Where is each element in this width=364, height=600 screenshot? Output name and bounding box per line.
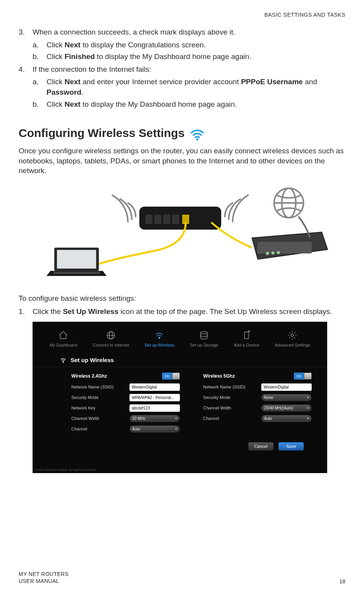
step-letter: a.: [33, 40, 39, 50]
toggle-knob: [304, 373, 311, 379]
text: .: [81, 88, 83, 96]
svg-rect-22: [244, 332, 248, 338]
channel-label: Channel: [203, 416, 219, 421]
channel-label: Channel: [71, 427, 87, 431]
nav-dashboard[interactable]: My Dashboard: [50, 330, 78, 347]
svg-point-15: [271, 251, 274, 255]
channel-width-label: Channel Width: [203, 406, 231, 410]
channel-width-label: Channel Width: [71, 416, 99, 421]
text: and enter your Internet service provider…: [81, 78, 241, 86]
svg-rect-5: [172, 215, 179, 224]
channel-width-select[interactable]: 20 MHz ▾: [129, 415, 180, 422]
chevron-down-icon: ▾: [307, 395, 309, 399]
chevron-down-icon: ▾: [175, 416, 177, 420]
chevron-down-icon: ▾: [307, 406, 309, 410]
step-3: 3. When a connection succeeds, a check m…: [19, 27, 345, 62]
nav-label: Connect to Internet: [93, 343, 129, 347]
svg-point-26: [63, 361, 64, 362]
ssid-input[interactable]: WesternDigital: [261, 383, 312, 391]
nav-label: Advanced Settings: [275, 343, 311, 347]
heading-text: Configuring Wireless Settings: [19, 127, 185, 140]
select-value: None: [264, 395, 273, 400]
svg-rect-4: [163, 215, 170, 224]
channel-select[interactable]: Auto ▾: [261, 415, 312, 422]
svg-point-0: [196, 138, 198, 140]
chevron-down-icon: ▾: [175, 427, 177, 431]
svg-rect-2: [145, 215, 152, 224]
main-content: 3. When a connection succeeds, a check m…: [19, 27, 345, 473]
nav-advanced[interactable]: Advanced Settings: [275, 330, 311, 347]
heading-wireless: Configuring Wireless Settings: [19, 125, 345, 141]
ssid-label: Network Name (SSID): [203, 385, 245, 389]
security-label: Security Mode: [71, 395, 98, 400]
text: to display the Congratulations screen.: [81, 41, 206, 49]
wireless-setup-screenshot: My Dashboard Connect to Internet Set up …: [33, 322, 327, 473]
gear-icon: [286, 330, 298, 340]
select-value: Auto: [132, 427, 140, 431]
wifi-icon: [189, 125, 205, 141]
nav-label: Set up Wireless: [145, 343, 174, 347]
column-5ghz: Wireless 5Ghz On Network Name (SSID) Wes…: [203, 373, 312, 436]
svg-point-25: [291, 334, 294, 336]
text: Click: [47, 52, 64, 61]
bold-text: Finished: [64, 52, 95, 61]
nav-storage[interactable]: Set up Storage: [190, 330, 218, 347]
bold-text: Next: [64, 41, 80, 49]
home-icon: [57, 330, 69, 340]
save-button[interactable]: Save: [278, 442, 304, 451]
wifi-icon: [154, 330, 165, 340]
text: to display the My Dashboard home page ag…: [81, 100, 237, 108]
button-row: Cancel Save: [33, 436, 327, 451]
footer-line2: USER MANUAL: [19, 577, 69, 584]
globe-icon: [105, 330, 117, 340]
toggle-knob: [173, 373, 179, 379]
text: and: [303, 78, 317, 86]
step-number: 1.: [19, 307, 25, 317]
security-select[interactable]: None ▾: [261, 394, 312, 401]
text: Click: [47, 100, 64, 108]
channel-select[interactable]: Auto ▾: [129, 425, 180, 433]
storage-icon: [198, 330, 210, 340]
nav-device[interactable]: Add a Device: [234, 330, 259, 347]
ssid-label: Network Name (SSID): [71, 385, 114, 389]
step-letter: a.: [33, 77, 39, 87]
configure-steps: 1. Click the Set Up Wireless icon at the…: [19, 307, 345, 317]
channel-width-select[interactable]: 20/40 MHz(Auto) ▾: [261, 404, 312, 412]
step-3a: a. Click Next to display the Congratulat…: [33, 40, 345, 50]
step-letter: b.: [33, 52, 39, 62]
panel-title-text: Set up Wireless: [71, 357, 114, 363]
step-text: When a connection succeeds, a check mark…: [33, 28, 235, 36]
panel-title: Set up Wireless: [33, 353, 327, 367]
section-header: BASIC SETTINGS AND TASKS: [264, 12, 345, 18]
nav-connect[interactable]: Connect to Internet: [93, 330, 129, 347]
ssid-input[interactable]: WesternDigital: [129, 383, 180, 391]
toggle-24ghz[interactable]: On: [162, 373, 180, 380]
cancel-button[interactable]: Cancel: [248, 442, 274, 451]
wifi-icon: [60, 357, 67, 364]
step-4b: b. Click Next to display the My Dashboar…: [33, 99, 345, 110]
step-4: 4. If the connection to the Internet fai…: [19, 64, 345, 109]
column-24ghz: Wireless 2.4Ghz On Network Name (SSID) W…: [71, 373, 180, 436]
svg-point-21: [201, 331, 207, 334]
nav-label: My Dashboard: [50, 343, 78, 347]
intro-paragraph: Once you configure wireless settings on …: [19, 146, 345, 176]
select-value: Auto: [264, 416, 272, 421]
svg-rect-3: [154, 215, 161, 224]
bold-text: Next: [64, 100, 80, 108]
nav-wireless[interactable]: Set up Wireless: [145, 330, 174, 347]
footer: MY NET ROUTERS USER MANUAL: [19, 571, 69, 584]
toggle-5ghz[interactable]: On: [294, 373, 312, 380]
key-input[interactable]: abcdef123: [129, 404, 180, 412]
security-label: Security Mode: [203, 395, 230, 400]
nav-label: Add a Device: [234, 343, 259, 347]
wireless-form: Wireless 2.4Ghz On Network Name (SSID) W…: [33, 367, 327, 436]
svg-rect-8: [57, 250, 96, 269]
top-navigation: My Dashboard Connect to Internet Set up …: [33, 322, 327, 353]
security-input[interactable]: WPA/WPA2 - Personal...: [129, 394, 180, 401]
select-value: 20 MHz: [132, 416, 145, 421]
bold-text: Set Up Wireless: [63, 307, 118, 316]
step-number: 4.: [19, 64, 25, 75]
toggle-on-label: On: [162, 373, 172, 380]
svg-rect-9: [53, 272, 100, 274]
bold-text: Password: [47, 88, 81, 96]
